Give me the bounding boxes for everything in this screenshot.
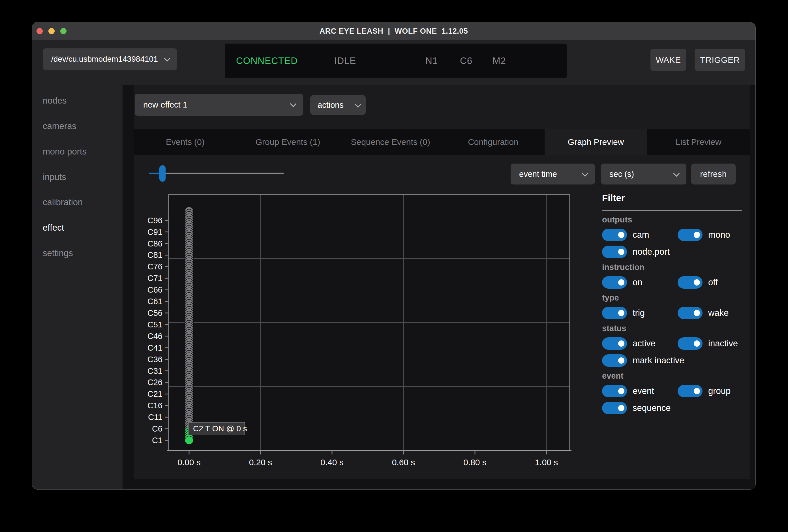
sidebar-item-effect[interactable]: effect xyxy=(43,222,64,234)
chevron-down-icon xyxy=(355,101,361,108)
filter-option-event: event xyxy=(602,385,654,398)
toggle-knob xyxy=(618,340,625,347)
wake-button[interactable]: WAKE xyxy=(650,49,686,71)
tab-graph-preview[interactable]: Graph Preview xyxy=(545,129,647,155)
title-bar: ARC EYE LEASH | WOLF ONE 1.12.05 xyxy=(32,22,755,40)
event-dot[interactable] xyxy=(185,436,193,445)
filter-option-on: on xyxy=(602,276,642,289)
filter-section-event: event xyxy=(602,371,742,381)
toggle-knob xyxy=(694,279,700,285)
toggle-label: mono xyxy=(708,230,730,240)
x-axis-select[interactable]: event time xyxy=(511,163,595,184)
toggle-node-port[interactable] xyxy=(602,245,627,258)
filter-option-node-port: node.port xyxy=(602,245,670,258)
toggle-trig[interactable] xyxy=(602,307,627,319)
filter-option-sequence: sequence xyxy=(602,401,671,415)
sidebar-item-cameras[interactable]: cameras xyxy=(43,121,76,132)
trigger-button[interactable]: TRIGGER xyxy=(695,49,745,71)
tab-group-events-1[interactable]: Group Events (1) xyxy=(237,129,339,155)
x-tick-label: 0.80 s xyxy=(464,458,487,467)
filter-toggle-row: activeinactive xyxy=(602,337,742,350)
toggle-sequence[interactable] xyxy=(602,402,627,414)
filter-toggle-row: trigwake xyxy=(602,307,742,319)
toggle-knob xyxy=(618,388,625,394)
filter-toggle-row: node.port xyxy=(602,245,742,258)
filter-option-trig: trig xyxy=(602,307,645,319)
filter-section-status: status xyxy=(602,323,742,333)
toggle-knob xyxy=(618,232,625,238)
toggle-wake[interactable] xyxy=(677,307,703,319)
y-tick-label: C66 xyxy=(147,285,162,294)
tab-events-0[interactable]: Events (0) xyxy=(134,129,237,155)
y-tick-label: C21 xyxy=(147,389,162,398)
unit-select-value: sec (s) xyxy=(609,170,634,179)
tab-list-preview[interactable]: List Preview xyxy=(647,129,750,155)
toggle-active[interactable] xyxy=(602,337,627,350)
filter-option-cam: cam xyxy=(602,229,649,241)
y-tick-label: C1 xyxy=(152,436,162,445)
toggle-mark-inactive[interactable] xyxy=(602,354,627,367)
toggle-off[interactable] xyxy=(677,276,703,289)
toggle-cam[interactable] xyxy=(602,229,627,241)
x-tick-label: 0.00 s xyxy=(177,458,201,467)
x-tick-label: 0.20 s xyxy=(249,458,272,467)
filter-panel: Filter outputscammononode.portinstructio… xyxy=(602,193,742,415)
tab-sequence-events-0[interactable]: Sequence Events (0) xyxy=(339,129,442,155)
y-tick-label: C36 xyxy=(147,355,162,364)
y-tick-label: C81 xyxy=(147,251,162,259)
filter-toggle-row: mark inactive xyxy=(602,354,742,367)
actions-menu[interactable]: actions xyxy=(310,95,366,115)
status-bar: CONNECTED IDLE N1C6M2 xyxy=(225,44,567,78)
sidebar-item-mono-ports[interactable]: mono ports xyxy=(43,146,86,157)
filter-toggle-row: cammono xyxy=(602,229,742,241)
zoom-slider-thumb[interactable] xyxy=(159,165,165,182)
filter-option-mark-inactive: mark inactive xyxy=(602,354,684,367)
tab-bar: Events (0)Group Events (1)Sequence Event… xyxy=(134,129,750,155)
x-tick-label: 1.00 s xyxy=(535,458,558,467)
y-tick-label: C31 xyxy=(147,367,162,375)
y-tick-label: C6 xyxy=(152,424,162,433)
app-window: ARC EYE LEASH | WOLF ONE 1.12.05 /dev/cu… xyxy=(32,22,756,490)
toggle-event[interactable] xyxy=(602,385,627,397)
toggle-label: trig xyxy=(633,308,645,318)
filter-section-type: type xyxy=(602,293,742,302)
y-tick-label: C46 xyxy=(147,332,162,341)
tab-configuration[interactable]: Configuration xyxy=(442,129,545,155)
toggle-group[interactable] xyxy=(677,385,703,397)
filter-option-inactive: inactive xyxy=(677,337,738,350)
refresh-button[interactable]: refresh xyxy=(691,163,736,184)
sidebar-item-calibration[interactable]: calibration xyxy=(43,197,83,208)
toggle-on[interactable] xyxy=(602,276,627,289)
unit-select[interactable]: sec (s) xyxy=(601,163,686,184)
mode-status: IDLE xyxy=(334,44,356,78)
sidebar-item-settings[interactable]: settings xyxy=(43,248,73,259)
toggle-knob xyxy=(694,388,700,394)
zoom-slider[interactable] xyxy=(149,173,283,174)
serial-port-select[interactable]: /dev/cu.usbmodem143984101 xyxy=(43,48,177,70)
filter-section-outputs: outputs xyxy=(602,215,742,224)
sidebar-item-nodes[interactable]: nodes xyxy=(43,95,66,106)
toggle-label: on xyxy=(633,277,642,288)
effect-select[interactable]: new effect 1 xyxy=(135,94,303,116)
toggle-label: off xyxy=(708,277,718,288)
y-tick-label: C11 xyxy=(148,413,162,422)
toggle-knob xyxy=(618,249,625,255)
toggle-label: wake xyxy=(708,308,729,318)
toggle-label: inactive xyxy=(708,338,738,349)
filter-section-instruction: instruction xyxy=(602,262,742,272)
toggle-inactive[interactable] xyxy=(677,337,703,350)
toggle-mono[interactable] xyxy=(677,229,703,241)
y-tick-label: C71 xyxy=(147,274,162,283)
chevron-down-icon xyxy=(290,101,297,107)
toggle-knob xyxy=(618,310,625,316)
actions-menu-label: actions xyxy=(318,100,343,110)
y-tick-label: C61 xyxy=(147,297,162,306)
filter-title: Filter xyxy=(602,193,742,206)
y-tick-label: C76 xyxy=(147,262,162,271)
filter-sections: outputscammononode.portinstructiononofft… xyxy=(602,215,742,415)
filter-option-mono: mono xyxy=(677,229,730,241)
sidebar-item-inputs[interactable]: inputs xyxy=(43,172,66,183)
status-counter-c6: C6 xyxy=(460,44,472,78)
filter-toggle-row: sequence xyxy=(602,401,742,415)
filter-option-group: group xyxy=(677,385,731,398)
